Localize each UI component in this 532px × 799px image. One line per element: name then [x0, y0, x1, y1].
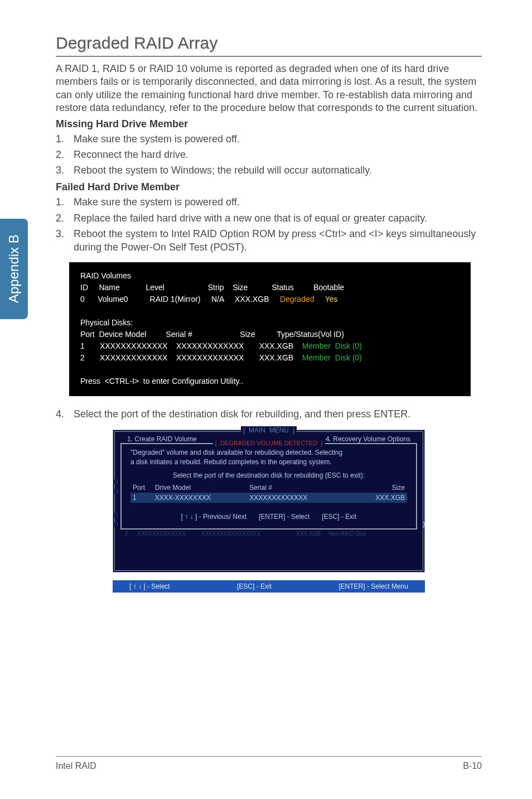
- config-prompt: Press <CTRL-I> to enter Configuration Ut…: [80, 376, 460, 387]
- step4-list: 4.Select the port of the destination dis…: [56, 407, 482, 421]
- page-footer: Intel RAID B-10: [56, 756, 482, 771]
- volumes-row: 0 Volume0 RAID 1(Mirror) N/A XXX.XGB Deg…: [80, 293, 460, 305]
- missing-steps: 1.Make sure the system is powered off. 2…: [56, 132, 482, 177]
- volumes-title: RAID Volumes: [80, 270, 460, 282]
- nav-hints: [ ↑ ↓ ] - Previous/ Next [ENTER] - Selec…: [130, 513, 407, 521]
- rebuild-dialog: [ MAIN MENU ] 1. Create RAID Volume 4. R…: [113, 430, 425, 593]
- list-item: 3.Reboot the system to Intel RAID Option…: [56, 227, 482, 254]
- disks-header: Port Device Model Serial # Size Type/Sta…: [80, 329, 460, 340]
- bottom-hint-bar: [ ↑ ↓ ] - Select [ESC] - Exit [ENTER] - …: [113, 580, 425, 593]
- failed-steps: 1.Make sure the system is powered off. 2…: [56, 195, 482, 254]
- decorative-text: PP: [114, 511, 118, 530]
- select-prompt: Select the port of the destination disk …: [130, 471, 407, 479]
- decorative-text: ): [423, 520, 425, 528]
- bottom-select: [ ↑ ↓ ] - Select: [129, 583, 170, 590]
- failed-heading: Failed Hard Drive Member: [56, 181, 482, 193]
- side-tab: Appendix B: [0, 219, 28, 319]
- disk-row: 1 XXXXXXXXXXXXX XXXXXXXXXXXXX XXX.XGB Me…: [80, 340, 460, 352]
- volumes-header: ID Name Level Strip Size Status Bootable: [80, 282, 460, 293]
- title-underline: [56, 56, 482, 57]
- list-item: 4.Select the port of the destination dis…: [56, 407, 482, 421]
- decorative-garbled: 2 XXXXXXXXXXXXX XXXXXXXXXXXXXXXX XXX.XGB…: [115, 531, 423, 537]
- menu-create-raid: 1. Create RAID Volume: [127, 435, 197, 443]
- msg-line1: "Degraded" volume and disk available for…: [130, 449, 407, 456]
- hint-prev-next: [ ↑ ↓ ] - Previous/ Next: [181, 513, 246, 521]
- list-item: 1.Make sure the system is powered off.: [56, 132, 482, 146]
- degraded-detected-title: [ DEGRADED VOLUME DETECTED ]: [213, 440, 325, 446]
- disk-selection-row[interactable]: 1 XXXX-XXXXXXXX XXXXXXXXXXXXX XXX.XGB: [130, 493, 407, 503]
- footer-left: Intel RAID: [56, 761, 96, 771]
- list-item: 2.Replace the failed hard drive with a n…: [56, 211, 482, 225]
- missing-heading: Missing Hard Drive Member: [56, 118, 482, 130]
- disk-row: 2 XXXXXXXXXXXXX XXXXXXXXXXXXX XXX.XGB Me…: [80, 352, 460, 364]
- bottom-menu: [ENTER] - Select Menu: [338, 583, 408, 590]
- disk-columns: Port Drive Model Serial # Size: [130, 484, 407, 492]
- bottom-esc: [ESC] - Exit: [237, 583, 272, 590]
- decorative-text: RN: [114, 478, 119, 497]
- msg-line2: a disk initiates a rebuild. Rebuild comp…: [130, 458, 407, 466]
- list-item: 3.Reboot the system to Windows; the rebu…: [56, 163, 482, 177]
- intro-paragraph: A RAID 1, RAID 5 or RAID 10 volume is re…: [56, 62, 482, 115]
- list-item: 2.Reconnect the hard drive.: [56, 148, 482, 161]
- page-title: Degraded RAID Array: [56, 33, 482, 52]
- list-item: 1.Make sure the system is powered off.: [56, 195, 482, 209]
- disks-title: Physical Disks:: [80, 317, 460, 329]
- main-menu-label: [ MAIN MENU ]: [241, 426, 297, 434]
- footer-right: B-10: [463, 761, 482, 771]
- hint-esc: [ESC] - Exit: [322, 513, 356, 521]
- menu-recovery-options: 4. Recovery Volume Options: [326, 435, 410, 443]
- hint-enter: [ENTER] - Select: [259, 513, 309, 521]
- degraded-detected-box: [ DEGRADED VOLUME DETECTED ] "Degraded" …: [120, 443, 417, 530]
- raid-status-terminal: RAID Volumes ID Name Level Strip Size St…: [69, 262, 471, 396]
